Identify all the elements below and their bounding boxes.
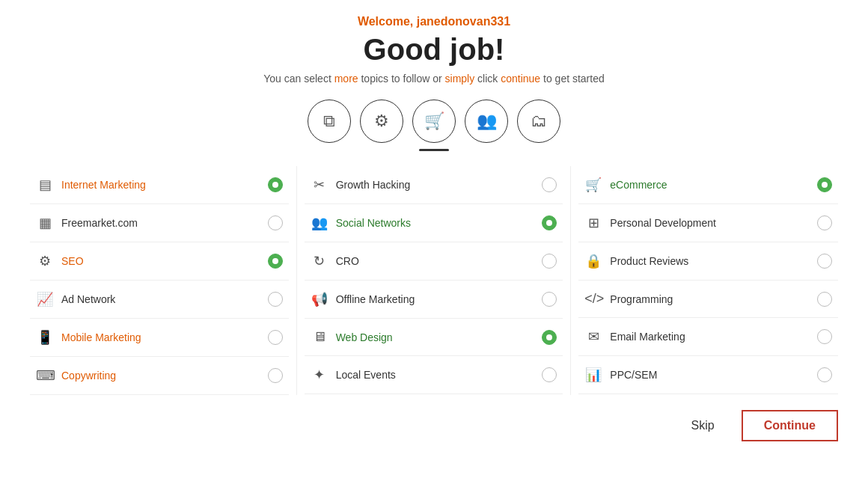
topic-label-product-reviews: Product Reviews bbox=[610, 255, 688, 267]
topic-label-ppc-sem: PPC/SEM bbox=[610, 369, 657, 381]
radio-ppc-sem[interactable] bbox=[817, 367, 832, 382]
seo-icon: ⚙ bbox=[36, 253, 54, 269]
growth-hacking-icon: ✂ bbox=[311, 177, 328, 193]
radio-local-events[interactable] bbox=[542, 367, 557, 382]
radio-email-marketing[interactable] bbox=[817, 329, 832, 344]
radio-product-reviews[interactable] bbox=[817, 254, 832, 269]
skip-button[interactable]: Skip bbox=[679, 413, 727, 438]
personal-development-icon: ⊞ bbox=[584, 215, 602, 231]
topic-label-mobile-marketing: Mobile Marketing bbox=[61, 331, 141, 343]
briefcase-icon[interactable]: 🗂 bbox=[517, 99, 560, 143]
topic-label-social-networks: Social Networks bbox=[336, 217, 411, 229]
subtitle: You can select more topics to follow or … bbox=[263, 73, 605, 85]
topic-internet-marketing[interactable]: ▤ Internet Marketing bbox=[30, 166, 289, 204]
column-1: ▤ Internet Marketing ▦ Freemarket.com ⚙ … bbox=[22, 166, 297, 395]
page-title: Good job! bbox=[364, 33, 505, 67]
radio-personal-development[interactable] bbox=[817, 215, 832, 230]
cro-icon: ↻ bbox=[311, 253, 328, 269]
topic-label-growth-hacking: Growth Hacking bbox=[336, 179, 411, 191]
topic-label-copywriting: Copywriting bbox=[61, 370, 116, 382]
topic-label-freemarket: Freemarket.com bbox=[61, 217, 138, 229]
topic-label-web-design: Web Design bbox=[336, 331, 393, 343]
ecommerce-icon: 🛒 bbox=[584, 177, 602, 193]
topic-label-ad-network: Ad Network bbox=[61, 293, 115, 305]
radio-ecommerce[interactable] bbox=[817, 177, 832, 192]
radio-ad-network[interactable] bbox=[268, 292, 283, 307]
topic-label-email-marketing: Email Marketing bbox=[610, 331, 685, 343]
radio-freemarket[interactable] bbox=[268, 215, 283, 230]
radio-social-networks[interactable] bbox=[542, 215, 557, 230]
topic-ad-network[interactable]: 📈 Ad Network bbox=[30, 281, 289, 319]
mobile-marketing-icon: 📱 bbox=[36, 329, 54, 346]
topic-label-internet-marketing: Internet Marketing bbox=[61, 179, 146, 191]
copy-icon[interactable]: ⧉ bbox=[308, 99, 351, 143]
product-reviews-icon: 🔒 bbox=[584, 253, 602, 269]
topic-seo[interactable]: ⚙ SEO bbox=[30, 242, 289, 281]
programming-icon: </> bbox=[584, 291, 602, 307]
users-icon[interactable]: 👥 bbox=[465, 99, 508, 143]
topic-personal-development[interactable]: ⊞ Personal Development bbox=[578, 204, 838, 242]
freemarket-icon: ▦ bbox=[36, 215, 54, 231]
topic-cro[interactable]: ↻ CRO bbox=[305, 242, 563, 281]
topic-label-seo: SEO bbox=[61, 255, 84, 267]
topic-label-personal-development: Personal Development bbox=[610, 217, 716, 229]
topic-offline-marketing[interactable]: 📢 Offline Marketing bbox=[305, 281, 563, 319]
topic-freemarket[interactable]: ▦ Freemarket.com bbox=[30, 204, 289, 242]
radio-internet-marketing[interactable] bbox=[268, 177, 283, 192]
welcome-text: Welcome, janedonovan331 bbox=[358, 15, 510, 28]
tab-indicator bbox=[419, 149, 449, 151]
email-marketing-icon: ✉ bbox=[584, 328, 602, 345]
topic-local-events[interactable]: ✦ Local Events bbox=[305, 356, 563, 394]
web-design-icon: 🖥 bbox=[311, 329, 328, 345]
welcome-prefix: Welcome, bbox=[358, 15, 413, 28]
radio-growth-hacking[interactable] bbox=[542, 177, 557, 192]
ad-network-icon: 📈 bbox=[36, 291, 54, 307]
radio-copywriting[interactable] bbox=[268, 368, 283, 383]
topics-grid: ▤ Internet Marketing ▦ Freemarket.com ⚙ … bbox=[22, 166, 846, 395]
category-icons: ⧉ ⚙ 🛒 👥 🗂 bbox=[308, 99, 560, 143]
gear-icon[interactable]: ⚙ bbox=[360, 99, 403, 143]
column-3: 🛒 eCommerce ⊞ Personal Development 🔒 Pro… bbox=[571, 166, 846, 395]
topic-product-reviews[interactable]: 🔒 Product Reviews bbox=[578, 242, 838, 281]
topic-email-marketing[interactable]: ✉ Email Marketing bbox=[578, 318, 838, 356]
radio-mobile-marketing[interactable] bbox=[268, 330, 283, 345]
topic-label-local-events: Local Events bbox=[336, 369, 396, 381]
topic-web-design[interactable]: 🖥 Web Design bbox=[305, 319, 563, 356]
topic-label-ecommerce: eCommerce bbox=[610, 179, 667, 191]
column-2: ✂ Growth Hacking 👥 Social Networks ↻ CRO bbox=[297, 166, 572, 395]
copywriting-icon: ⌨ bbox=[36, 367, 54, 384]
topic-social-networks[interactable]: 👥 Social Networks bbox=[305, 204, 563, 242]
radio-web-design[interactable] bbox=[542, 330, 557, 345]
username: janedonovan331 bbox=[417, 15, 510, 28]
cart-icon[interactable]: 🛒 bbox=[412, 99, 456, 143]
radio-programming[interactable] bbox=[817, 292, 832, 307]
topic-label-programming: Programming bbox=[610, 293, 673, 305]
continue-button[interactable]: Continue bbox=[742, 410, 838, 441]
footer: Skip Continue bbox=[22, 395, 846, 449]
topic-copywriting[interactable]: ⌨ Copywriting bbox=[30, 357, 289, 395]
radio-offline-marketing[interactable] bbox=[542, 292, 557, 307]
topic-growth-hacking[interactable]: ✂ Growth Hacking bbox=[305, 166, 563, 204]
topic-ecommerce[interactable]: 🛒 eCommerce bbox=[578, 166, 838, 204]
topic-mobile-marketing[interactable]: 📱 Mobile Marketing bbox=[30, 319, 289, 357]
social-networks-icon: 👥 bbox=[311, 215, 328, 231]
topic-label-offline-marketing: Offline Marketing bbox=[336, 293, 415, 305]
topic-programming[interactable]: </> Programming bbox=[578, 281, 838, 318]
offline-marketing-icon: 📢 bbox=[311, 291, 328, 307]
topic-label-cro: CRO bbox=[336, 255, 359, 267]
local-events-icon: ✦ bbox=[311, 367, 328, 383]
internet-marketing-icon: ▤ bbox=[36, 177, 54, 193]
ppc-sem-icon: 📊 bbox=[584, 367, 602, 383]
radio-seo[interactable] bbox=[268, 254, 283, 269]
topic-ppc-sem[interactable]: 📊 PPC/SEM bbox=[578, 356, 838, 394]
radio-cro[interactable] bbox=[542, 254, 557, 269]
